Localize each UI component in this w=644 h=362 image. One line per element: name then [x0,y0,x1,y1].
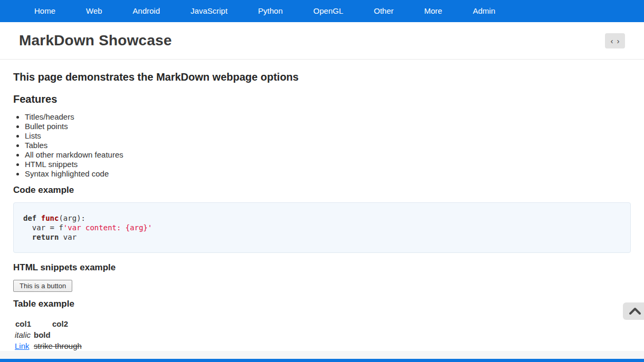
example-table: col1col2 italicbold Linkstrike through [13,318,631,351]
feature-item: Bullet points [25,122,631,131]
feature-list: Titles/headers Bullet points Lists Table… [13,112,631,179]
code-example-heading: Code example [13,185,631,195]
page: { "nav": { "items": ["Home", "Web", "And… [0,0,644,362]
code-function-name: func [41,214,59,222]
nav-item-python[interactable]: Python [243,0,298,22]
page-title: MarkDown Showcase [19,32,172,49]
table-cell-italic: italic [15,329,34,340]
pager-buttons[interactable]: ‹ › [605,33,625,48]
code-line: def func(arg): [23,213,621,223]
table-row: italicbold [13,329,631,340]
scroll-top-button[interactable] [623,302,644,320]
code-keyword: return [23,233,59,241]
nav-item-admin[interactable]: Admin [457,0,511,22]
code-line: var = f'var content: {arg}' [23,223,621,232]
feature-item: Syntax highlighted code [25,169,631,179]
table-cell-strikethrough: strike through [34,341,82,350]
chevron-left-icon[interactable]: ‹ [611,37,613,45]
feature-item: Lists [25,131,631,141]
feature-item: Titles/headers [25,112,631,122]
nav-item-web[interactable]: Web [71,0,118,22]
table-cell-link[interactable]: Link [15,341,30,350]
nav-item-javascript[interactable]: JavaScript [175,0,243,22]
intro-heading: This page demonstrates the MarkDown webp… [13,71,631,83]
main-content: This page demonstrates the MarkDown webp… [0,60,644,351]
top-navbar: Home Web Android JavaScript Python OpenG… [0,0,644,22]
feature-item: All other markdown features [25,150,631,160]
code-keyword: def [23,214,41,222]
table-cell-bold: bold [34,330,51,339]
table-header-col1: col1 [15,318,52,329]
code-block: def func(arg): var = f'var content: {arg… [13,202,631,253]
chevron-up-icon [629,307,641,315]
table-example-heading: Table example [13,299,631,309]
nav-item-home[interactable]: Home [19,0,71,22]
features-heading: Features [13,93,631,105]
table-header-row: col1col2 [13,318,631,329]
nav-item-other[interactable]: Other [359,0,409,22]
nav-item-opengl[interactable]: OpenGL [298,0,359,22]
footer-bar [0,359,644,362]
chevron-right-icon[interactable]: › [617,37,620,45]
code-text: var [59,233,76,241]
demo-button[interactable]: This is a button [13,280,72,292]
table-row: Linkstrike through [13,340,631,351]
code-text: (arg): [59,214,85,222]
feature-item: HTML snippets [25,160,631,169]
code-text: var = f [23,223,63,232]
nav-item-android[interactable]: Android [118,0,176,22]
code-line: return var [23,232,621,242]
page-header: MarkDown Showcase ‹ › [0,22,644,60]
feature-item: Tables [25,141,631,150]
table-header-col2: col2 [52,319,68,328]
nav-item-more[interactable]: More [409,0,457,22]
html-snippets-heading: HTML snippets example [13,262,631,273]
code-string: 'var content: {arg}' [63,223,152,232]
